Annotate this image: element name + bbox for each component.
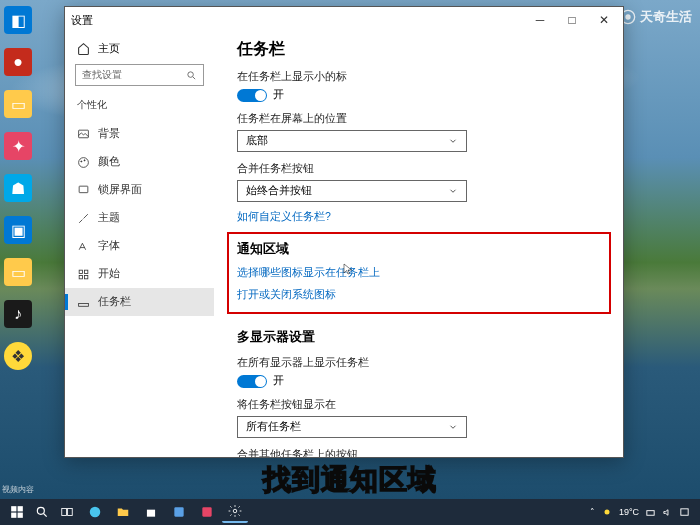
- combine-buttons-select[interactable]: 始终合并按钮: [237, 180, 467, 202]
- mouse-cursor-icon: [342, 263, 354, 275]
- svg-rect-14: [18, 506, 23, 511]
- svg-rect-12: [79, 303, 89, 306]
- settings-sidebar: 主页 查找设置 个性化 背景 颜色 锁屏界面 主题 字体 开始 任务栏: [65, 33, 215, 457]
- weather-icon: [601, 506, 613, 518]
- chevron-down-icon: [448, 186, 458, 196]
- notification-icon[interactable]: [679, 507, 690, 518]
- svg-point-2: [188, 71, 194, 77]
- chevron-down-icon: [448, 422, 458, 432]
- svg-point-20: [90, 507, 101, 518]
- taskbar-position-select[interactable]: 底部: [237, 130, 467, 152]
- multi-show-toggle[interactable]: 开: [237, 374, 601, 388]
- select-taskbar-icons-link[interactable]: 选择哪些图标显示在任务栏上: [237, 266, 601, 280]
- minimize-button[interactable]: ─: [531, 13, 549, 27]
- maximize-button[interactable]: □: [563, 13, 581, 27]
- network-icon[interactable]: [645, 507, 656, 518]
- svg-rect-22: [174, 507, 183, 516]
- svg-point-4: [79, 157, 89, 167]
- svg-rect-21: [147, 510, 155, 517]
- lock-icon: [77, 184, 90, 197]
- customize-taskbar-link[interactable]: 如何自定义任务栏?: [237, 210, 601, 224]
- brand-watermark: 天奇生活: [620, 8, 692, 26]
- desktop-icon[interactable]: ♪: [4, 300, 32, 328]
- svg-point-1: [625, 14, 630, 19]
- nav-themes[interactable]: 主题: [65, 204, 214, 232]
- desktop-icon[interactable]: ✦: [4, 132, 32, 160]
- explorer-taskbar-icon[interactable]: [110, 501, 136, 523]
- close-button[interactable]: ✕: [595, 13, 613, 27]
- svg-rect-9: [85, 270, 88, 273]
- settings-window: 设置 ─ □ ✕ 主页 查找设置 个性化 背景 颜色 锁屏界面 主题 字体: [64, 6, 624, 458]
- search-input[interactable]: 查找设置: [75, 64, 204, 86]
- small-icons-label: 在任务栏上显示小的标: [237, 70, 601, 84]
- taskbar-position-label: 任务栏在屏幕上的位置: [237, 112, 601, 126]
- brush-icon: [77, 212, 90, 225]
- app-taskbar-icon[interactable]: [166, 501, 192, 523]
- desktop-icons: ◧ ● ▭ ✦ ☗ ▣ ▭ ♪ ❖: [4, 6, 32, 370]
- nav-lockscreen[interactable]: 锁屏界面: [65, 176, 214, 204]
- settings-content[interactable]: 任务栏 在任务栏上显示小的标 开 任务栏在屏幕上的位置 底部 合并任务栏按钮 始…: [215, 33, 623, 457]
- home-icon: [77, 42, 90, 55]
- window-titlebar: 设置 ─ □ ✕: [65, 7, 623, 33]
- svg-point-24: [233, 509, 237, 513]
- tutorial-highlight: 通知区域 选择哪些图标显示在任务栏上 打开或关闭系统图标: [227, 232, 611, 314]
- corner-watermark: 视频内容: [2, 484, 34, 495]
- notification-area-heading: 通知区域: [237, 240, 601, 258]
- svg-point-17: [37, 507, 44, 514]
- video-subtitle: 找到通知区域: [0, 461, 700, 499]
- edge-taskbar-icon[interactable]: [82, 501, 108, 523]
- store-taskbar-icon[interactable]: [138, 501, 164, 523]
- combine-buttons-label: 合并任务栏按钮: [237, 162, 601, 176]
- font-icon: [77, 240, 90, 253]
- window-title: 设置: [71, 13, 93, 28]
- multi-show-label: 在所有显示器上显示任务栏: [237, 356, 601, 370]
- svg-rect-10: [79, 275, 82, 278]
- start-button[interactable]: [4, 501, 30, 523]
- desktop-icon[interactable]: ▭: [4, 258, 32, 286]
- svg-rect-8: [79, 270, 82, 273]
- toggle-system-icons-link[interactable]: 打开或关闭系统图标: [237, 288, 601, 302]
- windows-taskbar: ˄ 19°C: [0, 499, 700, 525]
- desktop-icon[interactable]: ●: [4, 48, 32, 76]
- desktop-icon[interactable]: ◧: [4, 6, 32, 34]
- volume-icon[interactable]: [662, 507, 673, 518]
- multi-where-label: 将任务栏按钮显示在: [237, 398, 601, 412]
- sidebar-section-label: 个性化: [65, 96, 214, 120]
- svg-rect-7: [79, 186, 88, 193]
- svg-rect-19: [68, 509, 73, 516]
- svg-rect-13: [11, 506, 16, 511]
- home-nav[interactable]: 主页: [65, 37, 214, 64]
- task-view-button[interactable]: [54, 501, 80, 523]
- svg-rect-27: [681, 508, 688, 514]
- desktop-icon[interactable]: ☗: [4, 174, 32, 202]
- nav-colors[interactable]: 颜色: [65, 148, 214, 176]
- desktop-icon[interactable]: ❖: [4, 342, 32, 370]
- svg-rect-16: [18, 513, 23, 518]
- small-icons-toggle[interactable]: 开: [237, 88, 601, 102]
- svg-rect-15: [11, 513, 16, 518]
- nav-start[interactable]: 开始: [65, 260, 214, 288]
- palette-icon: [77, 156, 90, 169]
- weather-temp: 19°C: [619, 507, 639, 517]
- svg-point-5: [81, 160, 82, 161]
- multi-where-select[interactable]: 所有任务栏: [237, 416, 467, 438]
- chevron-down-icon: [448, 136, 458, 146]
- desktop-icon[interactable]: ▭: [4, 90, 32, 118]
- svg-rect-26: [647, 510, 654, 515]
- grid-icon: [77, 268, 90, 281]
- taskbar-icon: [77, 296, 90, 309]
- search-icon: [186, 70, 197, 81]
- tray-chevron-icon[interactable]: ˄: [590, 507, 595, 517]
- svg-rect-23: [202, 507, 211, 516]
- svg-rect-11: [85, 275, 88, 278]
- system-tray[interactable]: ˄ 19°C: [590, 506, 696, 518]
- svg-point-6: [84, 159, 85, 160]
- settings-taskbar-icon[interactable]: [222, 501, 248, 523]
- taskbar-search-button[interactable]: [32, 501, 52, 523]
- nav-fonts[interactable]: 字体: [65, 232, 214, 260]
- nav-taskbar[interactable]: 任务栏: [65, 288, 214, 316]
- app-taskbar-icon[interactable]: [194, 501, 220, 523]
- nav-background[interactable]: 背景: [65, 120, 214, 148]
- desktop-icon[interactable]: ▣: [4, 216, 32, 244]
- sidebar-nav: 背景 颜色 锁屏界面 主题 字体 开始 任务栏: [65, 120, 214, 316]
